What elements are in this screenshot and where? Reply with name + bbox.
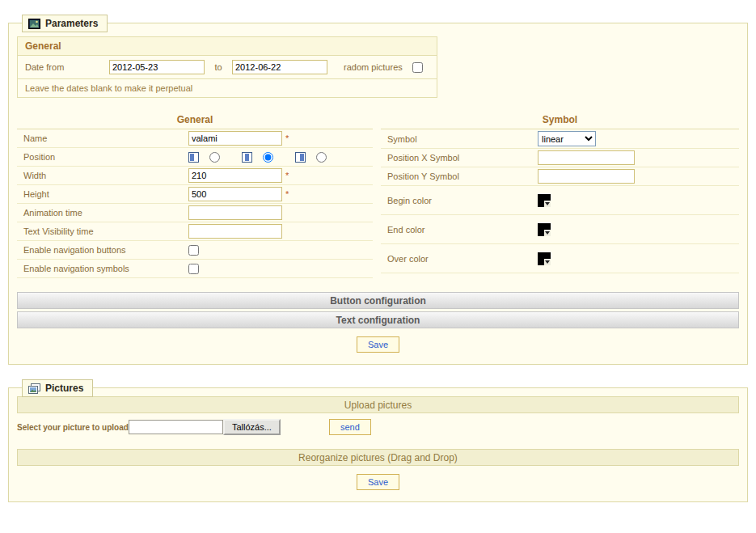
parameters-form: General Name * Position [17,111,739,278]
width-required-marker: * [285,171,289,180]
send-button[interactable]: send [329,419,371,435]
height-required-marker: * [285,189,289,199]
parameters-tab-label: Parameters [45,18,98,29]
width-input[interactable] [188,168,282,183]
nav-buttons-row: Enable navigation buttons [17,241,373,260]
position-left-radio[interactable] [209,152,220,163]
position-option-center [242,152,273,163]
name-label: Name [23,133,188,143]
enable-nav-buttons-label: Enable navigation buttons [23,245,188,255]
enable-nav-symbols-checkbox[interactable] [188,264,199,274]
position-y-label: Position Y Symbol [387,171,538,181]
date-from-label: Date from [25,62,109,72]
position-option-right [295,152,327,163]
name-required-marker: * [285,133,289,143]
text-configuration-bar[interactable]: Text configuration [17,311,739,328]
general-dates-section: General Date from to radom pictures Leav… [17,36,437,98]
height-label: Height [23,189,188,199]
over-color-swatch[interactable] [538,252,551,265]
pictures-icon [28,383,40,394]
over-color-label: Over color [387,254,538,264]
save-button[interactable]: Save [357,336,399,353]
file-upload-row: Select your picture to upload Tallózás..… [9,413,747,441]
pictures-tab-label: Pictures [45,383,83,394]
animation-time-input[interactable] [188,205,282,220]
browse-button[interactable]: Tallózás... [223,419,281,435]
text-visibility-input[interactable] [188,224,282,239]
width-row: Width * [17,167,373,185]
date-range-row: Date from to radom pictures [18,56,437,78]
enable-nav-buttons-checkbox[interactable] [188,245,199,256]
position-y-input[interactable] [538,169,635,184]
begin-color-swatch[interactable] [538,194,551,207]
upload-pictures-header: Upload pictures [17,396,739,413]
end-color-swatch[interactable] [538,223,551,236]
position-right-radio[interactable] [316,152,327,163]
symbol-select[interactable]: linear [538,131,596,146]
position-option-left [188,152,220,163]
file-upload-input[interactable] [129,420,223,434]
end-color-row: End color [381,215,739,244]
begin-color-label: Begin color [387,196,538,205]
file-upload-label: Select your picture to upload [17,423,129,432]
begin-color-row: Begin color [381,186,739,215]
date-to-label: to [205,62,232,72]
random-pictures-checkbox[interactable] [412,62,423,73]
text-visibility-label: Text Visibility time [23,226,188,236]
general-dates-title: General [18,37,437,56]
animation-time-label: Animation time [23,208,188,218]
date-to-input[interactable] [232,60,327,74]
parameters-icon [28,19,40,29]
right-column-title: Symbol [381,111,739,129]
position-center-icon [242,152,252,163]
name-input[interactable] [188,131,282,146]
symbol-row: Symbol linear [381,129,739,149]
form-left-column: General Name * Position [17,111,373,278]
parameters-tab[interactable]: Parameters [22,15,108,32]
perpetual-hint: Leave the dates blank to make it perpetu… [18,78,437,97]
position-x-label: Position X Symbol [387,153,538,163]
height-row: Height * [17,185,373,204]
button-configuration-bar[interactable]: Button configuration [17,292,739,309]
nav-symbols-row: Enable navigation symbols [17,260,373,278]
pictures-save-button[interactable]: Save [357,474,399,490]
reorganize-pictures-header: Reorganize pictures (Drag and Drop) [17,449,739,466]
parameters-save-row: Save [9,328,747,362]
parameters-panel: Parameters General Date from to radom pi… [8,23,748,365]
position-center-radio[interactable] [263,152,273,163]
position-row: Position [17,148,373,167]
date-from-input[interactable] [109,60,205,74]
position-x-input[interactable] [538,150,635,165]
pictures-tab[interactable]: Pictures [22,379,93,397]
animation-time-row: Animation time [17,204,373,222]
random-pictures-label: radom pictures [344,62,403,72]
position-y-row: Position Y Symbol [381,167,739,186]
position-x-row: Position X Symbol [381,149,739,167]
left-column-title: General [17,111,373,129]
name-row: Name * [17,129,373,148]
width-label: Width [23,171,188,180]
pictures-save-row: Save [9,466,747,500]
pictures-panel: Pictures Upload pictures Select your pic… [8,387,748,502]
text-visibility-row: Text Visibility time [17,222,373,241]
position-left-icon [188,152,199,163]
end-color-label: End color [387,225,538,235]
symbol-label: Symbol [387,134,538,144]
form-right-column: Symbol Symbol linear Position X Symbol P… [381,111,739,278]
position-right-icon [295,152,306,163]
position-label: Position [23,152,188,162]
enable-nav-symbols-label: Enable navigation symbols [23,264,188,273]
over-color-row: Over color [381,244,739,273]
height-input[interactable] [188,187,282,201]
